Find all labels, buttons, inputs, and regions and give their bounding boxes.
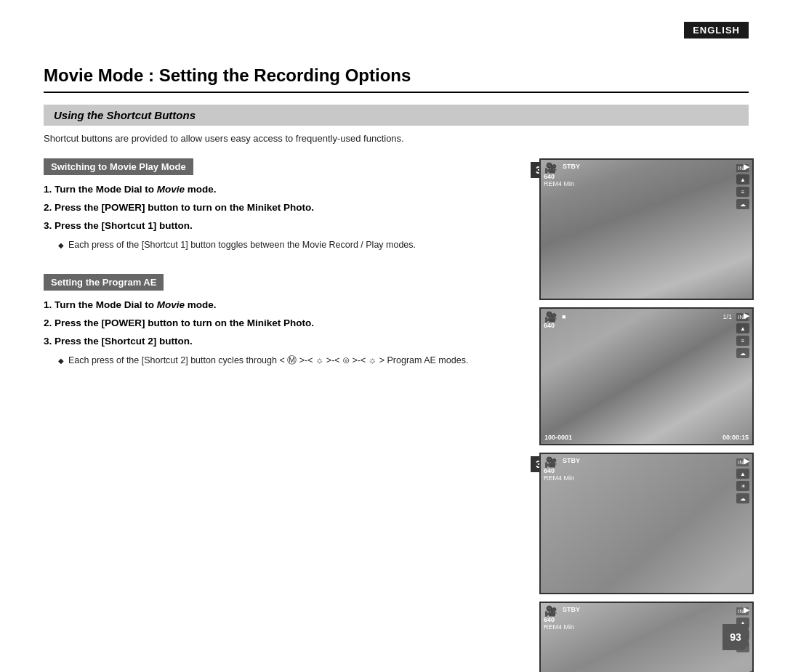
cam-video-icon-4: 🎥	[544, 605, 557, 617]
cam-rem-3: REM4 Min	[544, 474, 574, 482]
cam-rec-dot: ■	[562, 313, 565, 320]
cam-right-top-3: INT ▶	[736, 458, 749, 466]
cam-icon-row-2: 🎥 ■	[544, 311, 565, 323]
cam-640-3: 640	[544, 467, 555, 474]
program-ae-header: Setting the Program AE	[44, 274, 164, 291]
cam-640-1: 640	[544, 173, 555, 180]
cam-video-icon-3: 🎥	[544, 456, 557, 468]
right-column: 3 🎥 STBY INT ▶	[531, 158, 749, 672]
cam-icon-a2: ▲	[736, 323, 749, 333]
cam-video-icon-1: 🎥	[544, 162, 557, 174]
switching-bullet: Each press of the [Shortcut 1] button to…	[58, 238, 516, 252]
cam-timecode-2: 00:00:15	[722, 434, 749, 441]
cam-right-icons-2: ▲ ≡ ☁	[736, 323, 749, 358]
page-number: 93	[722, 624, 749, 650]
cam-ui-4: 🎥 STBY INT ▶ 640 REM4 Min ▲	[541, 603, 752, 672]
cam-rem-4: REM4 Min	[544, 623, 574, 631]
switching-step1: 1. Turn the Mode Dial to Movie mode.	[44, 184, 516, 195]
cam-icon-b2: ≡	[736, 336, 749, 346]
left-column: Switching to Movie Play Mode 1. Turn the…	[44, 158, 516, 672]
camera-screen-3: 🎥 STBY INT ▶ 640 REM4 Min ▲	[539, 453, 754, 594]
cam-play-icon-2: ▶	[744, 311, 749, 320]
program-ae-step3: 3. Press the [Shortcut 2] button.	[44, 336, 516, 347]
cam-ui-1: 🎥 STBY INT ▶ 640 REM4 Min ▲	[541, 160, 752, 299]
cam-640-2: 640	[544, 322, 555, 329]
cam-play-icon-1: ▶	[744, 162, 749, 171]
cam-ui-3: 🎥 STBY INT ▶ 640 REM4 Min ▲	[541, 454, 752, 593]
cam-stby-3: STBY	[563, 457, 580, 464]
cam-icon-row-1: 🎥 STBY	[544, 162, 557, 174]
cam-arrow-4: ◀	[749, 664, 754, 673]
program-ae-step2: 2. Press the [POWER] button to turn on t…	[44, 317, 516, 328]
switching-step3: 3. Press the [Shortcut 1] button.	[44, 220, 516, 231]
camera-screen-1: 🎥 STBY INT ▶ 640 REM4 Min ▲	[539, 158, 754, 300]
cam-ui-2: 🎥 ■ 1/1 INT ▶ 640 ▲ ≡	[541, 309, 752, 444]
screen-pair-2: 🎥 ■ 1/1 INT ▶ 640 ▲ ≡	[539, 307, 749, 445]
cam-icon-c2: ☁	[736, 348, 749, 358]
section-header: Using the Shortcut Buttons	[44, 105, 749, 126]
program-ae-bullet: Each press of the [Shortcut 2] button cy…	[58, 354, 516, 368]
cam-icon-row-4: 🎥 STBY	[544, 605, 557, 617]
cam-top-bar-3: 🎥 STBY INT ▶	[541, 454, 752, 470]
switching-step2: 2. Press the [POWER] button to turn on t…	[44, 202, 516, 213]
cam-icon-row-3: 🎥 STBY	[544, 456, 557, 468]
cam-icon-b3: ☀	[736, 481, 749, 491]
cam-top-bar-4: 🎥 STBY INT ▶	[541, 603, 752, 619]
cam-stby-4: STBY	[563, 606, 580, 613]
cam-right-top-1: INT ▶	[736, 164, 749, 172]
switching-header: Switching to Movie Play Mode	[44, 158, 193, 175]
camera-screen-2: 🎥 ■ 1/1 INT ▶ 640 ▲ ≡	[539, 307, 754, 445]
cam-video-icon-2: 🎥	[544, 311, 557, 323]
cam-icon-c1: ☁	[736, 199, 749, 209]
cam-play-num: 1/1	[723, 313, 733, 320]
cam-icon-a3: ▲	[736, 469, 749, 479]
screen-pair-1: 3 🎥 STBY INT ▶	[539, 158, 749, 300]
two-col-layout: Switching to Movie Play Mode 1. Turn the…	[44, 158, 749, 672]
main-title: Movie Mode : Setting the Recording Optio…	[44, 65, 749, 93]
intro-text: Shortcut buttons are provided to allow u…	[44, 133, 749, 144]
cam-play-icon-4: ▶	[744, 605, 749, 615]
page-container: ENGLISH Movie Mode : Setting the Recordi…	[0, 0, 785, 672]
switching-section: Switching to Movie Play Mode 1. Turn the…	[44, 158, 516, 252]
camera-screen-4: 🎥 STBY INT ▶ 640 REM4 Min ▲	[539, 602, 754, 672]
program-ae-section: Setting the Program AE 1. Turn the Mode …	[44, 274, 516, 368]
english-badge: ENGLISH	[684, 22, 749, 39]
cam-counter-2: 100-0001	[544, 434, 572, 441]
cam-top-bar-2: 🎥 ■ 1/1 INT ▶	[541, 309, 752, 325]
cam-right-top-4: INT ▶	[736, 607, 749, 615]
cam-play-icon-3: ▶	[744, 456, 749, 466]
screen-pair-3: 3 🎥 STBY INT ▶	[539, 453, 749, 594]
program-ae-step1: 1. Turn the Mode Dial to Movie mode.	[44, 299, 516, 310]
cam-icon-c3: ☁	[736, 493, 749, 503]
cam-right-top-2: 1/1 INT ▶	[723, 313, 749, 321]
cam-top-bar-1: 🎥 STBY INT ▶	[541, 160, 752, 176]
cam-right-icons-3: ▲ ☀ ☁	[736, 469, 749, 503]
cam-stby-1: STBY	[563, 163, 580, 170]
screen-pair-4: 🎥 STBY INT ▶ 640 REM4 Min ▲	[539, 602, 749, 672]
cam-icon-a1: ▲	[736, 174, 749, 185]
cam-right-icons-1: ▲ ≡ ☁	[736, 174, 749, 209]
cam-rem-1: REM4 Min	[544, 180, 574, 187]
cam-icon-b1: ≡	[736, 187, 749, 197]
cam-640-4: 640	[544, 616, 555, 623]
